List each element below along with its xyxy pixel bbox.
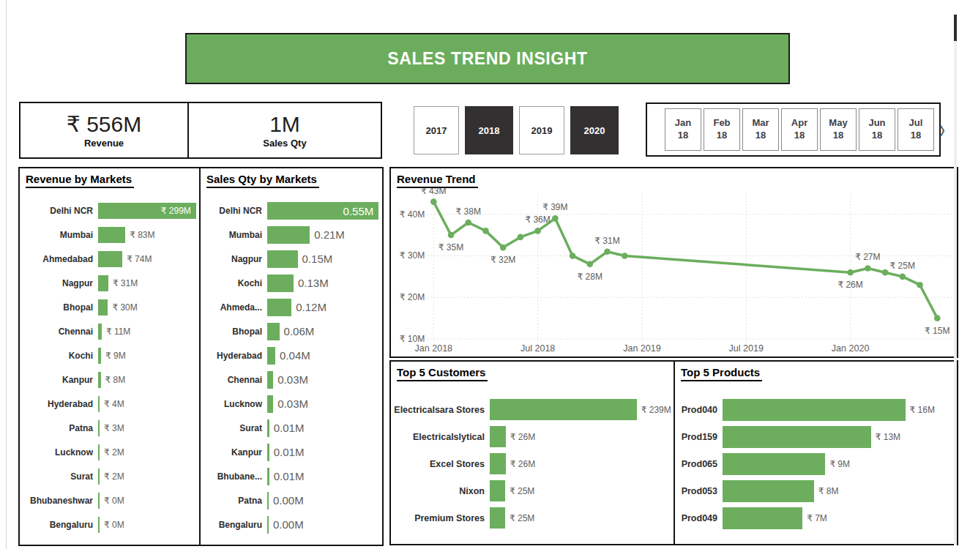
bar[interactable] — [267, 419, 269, 437]
bar-area: ₹ 31M — [98, 275, 199, 291]
bar-value-label: ₹ 0M — [104, 520, 124, 530]
bar-value-label: ₹ 0M — [104, 496, 124, 506]
data-point-sep-2018[interactable] — [570, 253, 576, 259]
data-point-nov-2018[interactable] — [604, 248, 611, 255]
month-button-feb-18[interactable]: Feb18 — [704, 108, 740, 151]
bar-category-label: Chennai — [201, 375, 267, 385]
bar[interactable]: ₹ 299M — [98, 203, 196, 219]
data-point-oct-2018[interactable] — [586, 261, 593, 267]
bar-value-label: ₹ 2M — [104, 471, 124, 482]
bar[interactable] — [723, 399, 906, 421]
bar[interactable] — [267, 516, 269, 534]
bar[interactable]: 0.55M — [267, 202, 378, 220]
bar-row: Kanpur₹ 8M — [20, 367, 199, 392]
data-point-jan-2018[interactable] — [430, 198, 437, 205]
data-point-apr-2020[interactable] — [899, 274, 906, 280]
year-button-2017[interactable]: 2017 — [414, 106, 459, 154]
month-button-jan-18[interactable]: Jan18 — [665, 108, 701, 151]
month-button-jun-18[interactable]: Jun18 — [859, 108, 895, 151]
bar[interactable] — [490, 453, 506, 474]
data-point-aug-2018[interactable] — [552, 215, 559, 222]
data-point-apr-2018[interactable] — [482, 228, 489, 234]
data-point-label: ₹ 27M — [855, 252, 880, 262]
year-button-2020[interactable]: 2020 — [570, 106, 619, 154]
bar[interactable] — [98, 493, 100, 509]
bar-value-label: 0.00M — [273, 518, 304, 531]
month-button-may-18[interactable]: May18 — [820, 108, 857, 151]
bar[interactable] — [723, 480, 814, 502]
panel-title: Revenue Trend — [397, 171, 478, 188]
data-point-feb-2018[interactable] — [448, 232, 455, 239]
bar-area: ₹ 3M — [98, 420, 199, 436]
y-axis-label: ₹ 30M — [400, 250, 425, 261]
bar[interactable] — [723, 453, 825, 475]
month-button-jul-18[interactable]: Jul18 — [898, 108, 934, 151]
month-button-apr-18[interactable]: Apr18 — [781, 108, 818, 151]
bar-area: ₹ 0M — [98, 517, 199, 533]
bar-value-label: ₹ 83M — [130, 230, 154, 240]
bar[interactable] — [490, 426, 506, 447]
bar[interactable] — [267, 323, 280, 340]
bar[interactable] — [98, 468, 100, 485]
bar-value-label: 0.04M — [280, 349, 310, 362]
data-point-jun-2020[interactable] — [934, 315, 941, 321]
bar-value-label: ₹ 74M — [127, 254, 152, 264]
data-point-jul-2018[interactable] — [534, 228, 541, 234]
bar[interactable] — [267, 395, 273, 413]
bar[interactable] — [267, 371, 273, 389]
bar[interactable] — [723, 507, 802, 529]
bar-row: Surat₹ 2M — [20, 464, 199, 488]
bar[interactable] — [98, 420, 100, 436]
bar-category-label: Prod159 — [675, 432, 723, 442]
data-point-jun-2018[interactable] — [518, 234, 524, 241]
kpi-card-revenue: ₹ 556M Revenue — [19, 102, 189, 159]
month-slicer: Jan18Feb18Mar18Apr18May18Jun18Jul18 › — [646, 102, 941, 157]
data-point-may-2020[interactable] — [917, 282, 923, 288]
data-point-feb-2020[interactable] — [865, 265, 871, 272]
bar[interactable] — [723, 426, 871, 448]
bar[interactable] — [267, 468, 269, 485]
bar-area: ₹ 26M — [490, 426, 674, 447]
bar-category-label: Excel Stores — [391, 459, 490, 469]
month-button-mar-18[interactable]: Mar18 — [742, 108, 779, 151]
bar[interactable] — [267, 299, 291, 316]
bar-area: 0.04M — [267, 347, 382, 365]
bar[interactable] — [490, 507, 505, 529]
bar[interactable] — [98, 251, 122, 267]
bar[interactable] — [98, 372, 101, 388]
bar-area: ₹ 25M — [490, 507, 674, 529]
bar-category-label: Nagpur — [201, 254, 267, 264]
bar[interactable] — [267, 275, 294, 292]
data-point-label: ₹ 32M — [490, 255, 515, 265]
data-point-dec-2018[interactable] — [622, 253, 628, 259]
bar[interactable] — [98, 324, 102, 340]
data-point-may-2018[interactable] — [500, 244, 507, 251]
bar[interactable] — [267, 250, 298, 268]
bar[interactable] — [98, 396, 100, 412]
bar[interactable] — [98, 348, 101, 364]
bar-category-label: Chennai — [20, 326, 98, 337]
bar[interactable] — [98, 517, 100, 533]
bar[interactable] — [98, 299, 108, 316]
data-point-jan-2020[interactable] — [847, 269, 854, 276]
bar[interactable] — [490, 399, 637, 420]
bar[interactable] — [267, 347, 275, 365]
year-button-2018[interactable]: 2018 — [465, 106, 513, 154]
bar[interactable] — [98, 227, 125, 243]
bar[interactable] — [267, 226, 310, 244]
revenue-trend-plot: ₹ 10M₹ 20M₹ 30M₹ 40MJan 2018Jul 2018Jan … — [391, 168, 957, 356]
bar-category-label: Bengaluru — [201, 520, 267, 530]
bar[interactable] — [98, 275, 108, 291]
bar[interactable] — [267, 444, 269, 461]
scrollbar-thumb[interactable] — [954, 15, 957, 41]
data-point-mar-2018[interactable] — [465, 220, 471, 226]
bar[interactable] — [267, 492, 269, 509]
chevron-right-icon[interactable]: › — [939, 114, 945, 145]
bar[interactable] — [490, 480, 505, 501]
data-point-mar-2020[interactable] — [882, 269, 889, 276]
bar[interactable] — [98, 444, 100, 460]
data-point-label: ₹ 39M — [542, 202, 567, 212]
bar-value-label: 0.01M — [274, 470, 305, 482]
bar-category-label: Surat — [201, 423, 267, 433]
year-button-2019[interactable]: 2019 — [519, 106, 564, 154]
